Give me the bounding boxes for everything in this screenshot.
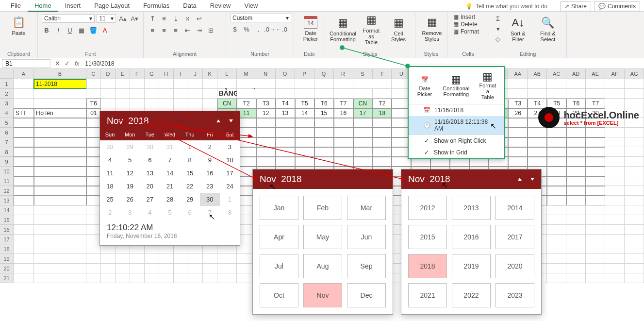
cell[interactable]	[14, 254, 34, 264]
calendar-day[interactable]: 6	[140, 153, 160, 167]
cal-year-label[interactable]: 2018	[128, 116, 149, 126]
cell[interactable]	[586, 128, 605, 137]
row-header[interactable]: 9	[0, 157, 14, 167]
cell[interactable]: 15	[314, 108, 334, 118]
cell[interactable]	[605, 176, 625, 186]
cell[interactable]	[14, 225, 34, 235]
cell[interactable]	[295, 147, 314, 157]
cell[interactable]	[14, 273, 34, 283]
cell[interactable]	[34, 176, 86, 186]
cell[interactable]	[605, 235, 625, 244]
cell[interactable]	[130, 244, 145, 254]
cell[interactable]	[276, 89, 295, 99]
tab-home[interactable]: Home	[28, 0, 58, 12]
year-button[interactable]: 2014	[495, 196, 534, 220]
cell[interactable]	[86, 147, 101, 157]
col-header-L[interactable]: L	[217, 69, 237, 79]
cal3-year-label[interactable]: 2018	[429, 174, 450, 184]
cell[interactable]	[203, 254, 217, 264]
col-header-Q[interactable]: Q	[314, 69, 334, 79]
cell[interactable]	[86, 264, 101, 273]
cell[interactable]	[508, 118, 528, 128]
col-header-AD[interactable]: AD	[566, 69, 586, 79]
month-button[interactable]: Apr	[260, 225, 298, 249]
cell[interactable]: Họ tên	[34, 108, 86, 118]
cell[interactable]	[276, 118, 295, 128]
cell[interactable]	[566, 186, 586, 196]
calendar-day[interactable]: 2	[200, 140, 220, 153]
currency-icon[interactable]: $	[230, 24, 240, 34]
cell[interactable]: 01	[86, 108, 101, 118]
cell[interactable]	[625, 244, 644, 254]
cell[interactable]	[605, 137, 625, 147]
year-button[interactable]: 2015	[408, 225, 447, 249]
cell[interactable]	[34, 244, 86, 254]
cell[interactable]	[508, 157, 528, 167]
row-header[interactable]: 17	[0, 235, 14, 244]
cell[interactable]	[625, 89, 644, 99]
cell[interactable]	[547, 128, 566, 137]
calendar-day[interactable]: 5	[160, 206, 180, 219]
col-header-AE[interactable]: AE	[586, 69, 605, 79]
cell[interactable]	[353, 79, 373, 89]
cell[interactable]	[86, 186, 101, 196]
year-button[interactable]: 2017	[495, 225, 534, 249]
calendar-day[interactable]: 30	[200, 193, 220, 206]
cell[interactable]	[86, 79, 101, 89]
cell[interactable]	[566, 264, 586, 273]
cell[interactable]	[295, 137, 314, 147]
cell[interactable]	[528, 89, 547, 99]
decrease-decimal-icon[interactable]: ←.0	[277, 24, 286, 34]
cell[interactable]	[566, 79, 586, 89]
clear-icon[interactable]: ◇	[493, 34, 503, 44]
cell[interactable]	[14, 128, 34, 137]
cell[interactable]	[86, 205, 101, 215]
cell[interactable]: 12	[256, 108, 276, 118]
calendar-day[interactable]: 29	[180, 193, 200, 206]
cell[interactable]	[372, 157, 392, 167]
cell[interactable]: STT	[14, 108, 34, 118]
calendar-day[interactable]: 28	[100, 140, 120, 153]
calendar-day[interactable]: 7	[200, 206, 220, 219]
cell[interactable]	[295, 157, 314, 167]
cell[interactable]	[547, 176, 566, 186]
cell[interactable]	[334, 137, 353, 147]
align-bottom-icon[interactable]: ⤓	[171, 14, 181, 23]
cell[interactable]	[217, 244, 237, 254]
font-size-select[interactable]: 11▾	[97, 14, 116, 23]
cell[interactable]: 13	[276, 108, 295, 118]
cell[interactable]	[586, 196, 605, 205]
cell[interactable]	[116, 244, 130, 254]
cell[interactable]	[276, 137, 295, 147]
calendar-day[interactable]: 25	[100, 193, 120, 206]
cell[interactable]	[625, 176, 644, 186]
cell[interactable]	[314, 137, 334, 147]
cell[interactable]	[14, 118, 34, 128]
cell[interactable]	[237, 79, 256, 89]
underline-button[interactable]: U	[65, 25, 75, 35]
cell[interactable]	[508, 137, 528, 147]
cell[interactable]	[586, 89, 605, 99]
cell[interactable]	[566, 235, 586, 244]
select-all-corner[interactable]	[0, 69, 14, 79]
cell[interactable]	[34, 128, 86, 137]
cell[interactable]	[188, 79, 203, 89]
menu-show-in-grid[interactable]: ✓Show in Grid	[409, 147, 504, 158]
row-header[interactable]: 8	[0, 147, 14, 157]
cell[interactable]	[625, 137, 644, 147]
calendar-day[interactable]: 5	[120, 153, 140, 167]
cell[interactable]	[372, 147, 392, 157]
col-header-G[interactable]: G	[145, 69, 159, 79]
cell[interactable]	[566, 137, 586, 147]
remove-styles-button[interactable]: ▦Remove Styles	[419, 14, 445, 43]
row-header[interactable]: 19	[0, 254, 14, 264]
cell[interactable]: BẢNG CHẤM CÔNG T11-2018	[217, 89, 237, 99]
cell[interactable]	[566, 147, 586, 157]
format-cells-button[interactable]: ▦Format	[451, 28, 485, 35]
cell[interactable]	[116, 79, 130, 89]
cell[interactable]	[203, 79, 217, 89]
cell[interactable]	[334, 128, 353, 137]
cell[interactable]	[566, 167, 586, 176]
calendar-day[interactable]: 15	[180, 167, 200, 180]
row-header[interactable]: 16	[0, 225, 14, 235]
